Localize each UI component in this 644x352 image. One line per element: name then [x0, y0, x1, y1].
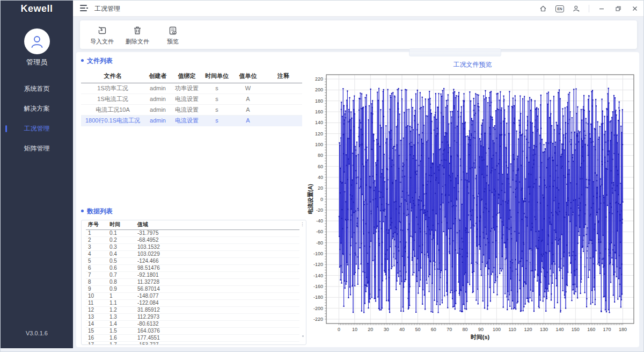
data-table-cell: 1.7 — [109, 341, 137, 345]
data-table-cell: 7 — [86, 271, 109, 278]
sidebar-item-0[interactable]: 系统首页 — [1, 79, 73, 99]
svg-text:0: 0 — [338, 327, 340, 332]
data-table-cell: 1.6 — [109, 334, 137, 341]
data-table-row[interactable]: 30.3103.1532 — [86, 243, 299, 250]
file-table-cell: 电流设置 — [171, 115, 202, 126]
topbar-actions: EN — [539, 1, 639, 17]
svg-text:80: 80 — [318, 153, 323, 158]
file-table-row[interactable]: 电流工况10Aadmin电流设置sA — [81, 104, 302, 115]
data-table-row[interactable]: 10.1-31.7975 — [86, 229, 299, 236]
topbar: 工况管理 EN — [73, 1, 643, 17]
svg-text:90: 90 — [478, 327, 484, 332]
toolbar: 导入文件删除文件预览 — [80, 20, 637, 49]
file-table-row[interactable]: 1800行0.1S电流工况admin电流设置sA — [81, 115, 302, 126]
data-table-row[interactable]: 101-148.077 — [86, 292, 299, 299]
data-table-cell — [167, 243, 299, 250]
data-table-row[interactable]: 80.811.32728 — [86, 278, 299, 285]
data-table-cell: 0.6 — [109, 264, 137, 271]
svg-text:60: 60 — [318, 164, 323, 169]
svg-text:-80: -80 — [316, 240, 323, 246]
data-table-row[interactable]: 121.231.85912 — [86, 306, 299, 313]
sidebar-item-label: 矩阵管理 — [24, 145, 50, 152]
data-table-row[interactable]: 20.2-68.4952 — [86, 236, 299, 243]
data-table-row[interactable]: 141.4-80.6132 — [86, 320, 299, 327]
file-table-cell: 功率设置 — [171, 83, 202, 94]
data-table-cell: 1.2 — [109, 306, 137, 313]
data-table-row[interactable]: 161.6177.4551 — [86, 334, 299, 341]
toolbar-button-2[interactable]: 预览 — [157, 24, 188, 46]
scroll-indicator-dot — [302, 335, 304, 337]
data-table-cell: 0.3 — [109, 243, 137, 250]
file-table-cell: W — [231, 83, 265, 94]
data-table-cell: 8 — [86, 278, 109, 285]
svg-text:时间(s): 时间(s) — [471, 334, 490, 340]
svg-text:电流设置(A): 电流设置(A) — [307, 184, 313, 214]
data-table-row[interactable]: 90.956.87014 — [86, 285, 299, 292]
svg-text:220: 220 — [315, 76, 323, 82]
restore-button[interactable] — [614, 4, 623, 13]
data-table-row[interactable]: 70.7-92.1801 — [86, 271, 299, 278]
preview-chart: -220-200-180-160-140-120-100-80-60-40-20… — [307, 70, 638, 344]
data-table-cell: 6 — [86, 264, 109, 271]
sidebar-item-3[interactable]: 矩阵管理 — [1, 139, 73, 159]
app-window: Kewell 管理员 系统首页解决方案工况管理矩阵管理 V3.0.1.6 工况管… — [0, 0, 644, 352]
language-toggle-icon[interactable]: EN — [555, 5, 564, 12]
toolbar-button-1[interactable]: 删除文件 — [122, 24, 153, 46]
data-table-cell — [167, 306, 299, 313]
svg-text:0: 0 — [320, 197, 323, 202]
data-table-row[interactable]: 60.698.51476 — [86, 264, 299, 271]
data-table-scrollbar[interactable]: ⋮ — [300, 223, 305, 225]
close-button[interactable] — [631, 4, 639, 13]
data-table-cell: 177.4551 — [137, 334, 167, 341]
svg-text:80: 80 — [463, 327, 468, 332]
data-table-row[interactable]: 151.5164.0376 — [86, 327, 299, 334]
collapse-menu-icon[interactable] — [80, 5, 89, 12]
file-table-cell: s — [202, 94, 231, 104]
data-table-cell: 0.1 — [109, 229, 137, 236]
data-table-row[interactable]: 40.4103.0229 — [86, 250, 299, 257]
file-table-row[interactable]: 1S电流工况admin电流设置sA — [81, 94, 302, 104]
data-table-cell: 14 — [86, 320, 109, 327]
data-table-row[interactable]: 171.7-153.727 — [86, 341, 299, 345]
svg-text:120: 120 — [315, 131, 323, 137]
data-list-section: 数据列表 序号时间值域 10.1-31.797520.2-68.495230.3… — [81, 207, 306, 345]
file-list-section: 文件列表 文件名创建者值绑定时间单位值单位注释 1S功率工况admin功率设置s… — [81, 56, 306, 126]
svg-text:150: 150 — [572, 327, 580, 332]
user-avatar-icon — [29, 33, 45, 49]
file-table-header-cell: 值单位 — [231, 70, 265, 83]
avatar — [24, 28, 50, 54]
data-table-cell — [167, 341, 299, 345]
data-list-title: 数据列表 — [81, 207, 306, 216]
file-table-row[interactable]: 1S功率工况admin功率设置sW — [81, 83, 302, 94]
data-table-cell: 103.0229 — [137, 250, 167, 257]
sidebar-item-2[interactable]: 工况管理 — [1, 119, 73, 139]
data-table-cell: 0.8 — [109, 278, 137, 285]
file-table-cell — [265, 104, 302, 115]
sidebar-item-1[interactable]: 解决方案 — [1, 99, 73, 119]
data-table-cell — [167, 292, 299, 299]
data-table-row[interactable]: 50.5-124.466 — [86, 257, 299, 264]
data-table-cell: -80.6132 — [137, 320, 167, 327]
data-table-row[interactable]: 131.3112.2973 — [86, 313, 299, 320]
data-table-header-filler — [167, 220, 299, 229]
data-table-cell: 0.4 — [109, 250, 137, 257]
data-table: 序号时间值域 10.1-31.797520.2-68.495230.3103.1… — [86, 220, 299, 345]
toolbar-button-0[interactable]: 导入文件 — [86, 24, 118, 46]
file-table-cell: admin — [144, 104, 171, 115]
data-table-cell: 3 — [86, 243, 109, 250]
data-table-cell: 1 — [109, 292, 137, 299]
svg-text:-200: -200 — [313, 306, 323, 311]
svg-text:-100: -100 — [313, 251, 323, 256]
home-icon[interactable] — [539, 4, 547, 13]
minimize-button[interactable] — [597, 4, 606, 13]
svg-text:30: 30 — [384, 327, 389, 332]
data-table-row[interactable]: 111.1-122.084 — [86, 299, 299, 306]
import-file-icon — [86, 25, 118, 36]
user-account-icon[interactable] — [572, 4, 581, 13]
data-table-cell: 9 — [86, 285, 109, 292]
svg-text:100: 100 — [493, 327, 501, 332]
data-table-cell: -31.7975 — [137, 229, 167, 236]
ghost-popup-remnant — [409, 48, 501, 56]
svg-text:-140: -140 — [313, 273, 323, 278]
data-table-cell: 98.51476 — [137, 264, 167, 271]
